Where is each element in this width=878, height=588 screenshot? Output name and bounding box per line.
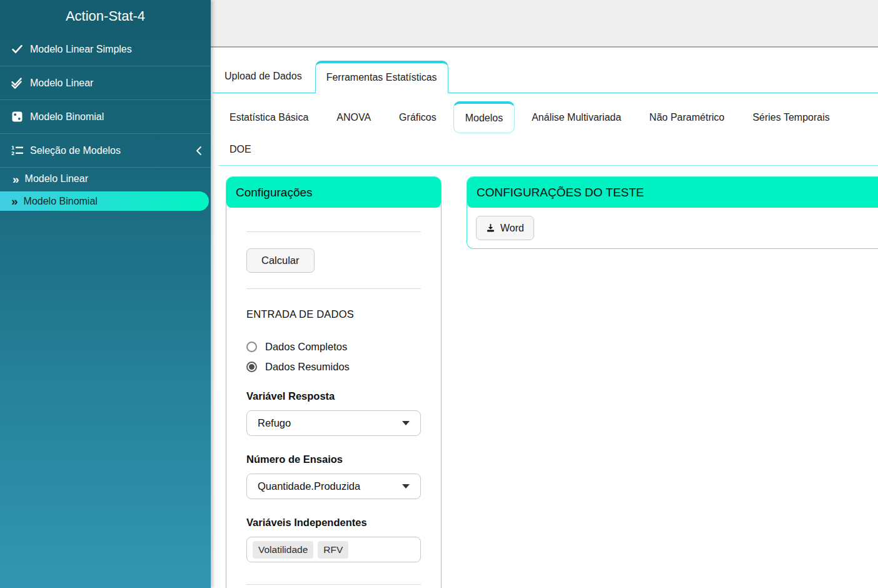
content-area: Upload de Dados Ferramentas Estatísticas…	[211, 48, 878, 588]
config-panel-title: Configurações	[226, 177, 441, 208]
word-export-button[interactable]: Word	[476, 216, 534, 240]
caret-down-icon	[402, 421, 410, 425]
tab-series-temporais[interactable]: Séries Temporais	[741, 101, 840, 133]
check-double-icon	[9, 78, 25, 89]
chevron-left-icon[interactable]	[195, 146, 202, 156]
sidebar-subitem-modelo-binomial[interactable]: » Modelo Binomial	[0, 191, 209, 211]
config-panel: Configurações Calcular ENTRADA DE DADOS …	[226, 176, 442, 588]
panels-row: Configurações Calcular ENTRADA DE DADOS …	[211, 166, 878, 588]
word-button-label: Word	[500, 223, 524, 234]
radio-dados-resumidos[interactable]: Dados Resumidos	[246, 361, 421, 373]
selected-value: Quantidade.Produzida	[258, 480, 360, 492]
sidebar-subitem-label: Modelo Linear	[25, 173, 88, 185]
sidebar-item-modelo-linear-simples[interactable]: Modelo Linear Simples	[0, 33, 211, 66]
tab-estatistica-basica[interactable]: Estatística Básica	[218, 101, 320, 133]
sidebar-item-modelo-linear[interactable]: Modelo Linear	[0, 66, 211, 100]
sidebar-item-label: Seleção de Modelos	[30, 145, 121, 156]
check-icon	[9, 44, 25, 54]
app-window: Action-Stat-4 Modelo Linear Simples Mode…	[0, 0, 878, 588]
list-ol-icon: 1 2	[9, 145, 25, 156]
test-config-panel: CONFIGURAÇÕES DO TESTE Word	[467, 176, 878, 249]
data-entry-radio-group: Dados Completos Dados Resumidos	[246, 341, 421, 373]
trials-number-label: Número de Ensaios	[246, 454, 421, 465]
download-icon	[486, 223, 495, 233]
sidebar-item-label: Modelo Linear Simples	[30, 44, 132, 55]
config-panel-body: Calcular ENTRADA DE DADOS Dados Completo…	[226, 231, 441, 585]
divider	[246, 231, 421, 232]
test-config-panel-title: CONFIGURAÇÕES DO TESTE	[467, 177, 878, 208]
sidebar-item-label: Modelo Linear	[30, 78, 93, 89]
angles-right-icon: »	[13, 173, 19, 185]
svg-text:2: 2	[11, 151, 14, 156]
radio-button-icon[interactable]	[246, 362, 257, 372]
sidebar: Action-Stat-4 Modelo Linear Simples Mode…	[0, 0, 211, 588]
tab-doe[interactable]: DOE	[218, 133, 263, 165]
selected-value: Refugo	[258, 417, 291, 429]
radio-label: Dados Resumidos	[265, 361, 350, 373]
response-variable-label: Variável Resposta	[246, 390, 421, 402]
tab-anova[interactable]: ANOVA	[325, 101, 382, 133]
tab-modelos[interactable]: Modelos	[453, 101, 515, 133]
calculate-button[interactable]: Calcular	[246, 248, 315, 273]
svg-text:1: 1	[11, 145, 14, 151]
data-entry-heading: ENTRADA DE DADOS	[246, 308, 421, 320]
caret-down-icon	[402, 484, 410, 489]
primary-tabs: Upload de Dados Ferramentas Estatísticas	[213, 60, 878, 93]
independent-variables-input[interactable]: Volatilidade RFV	[246, 537, 421, 562]
trials-number-select[interactable]: Quantidade.Produzida	[246, 474, 421, 499]
tab-analise-multivariada[interactable]: Análise Multivariada	[520, 101, 632, 133]
sidebar-item-modelo-binomial[interactable]: Modelo Binomial	[0, 100, 211, 134]
app-title: Action-Stat-4	[0, 0, 211, 33]
divider	[246, 288, 421, 289]
dice-icon	[9, 111, 25, 122]
main-area: Upload de Dados Ferramentas Estatísticas…	[211, 0, 878, 588]
sidebar-item-selecao-de-modelos[interactable]: 1 2 Seleção de Modelos	[0, 134, 211, 168]
response-variable-select[interactable]: Refugo	[246, 410, 421, 436]
divider	[246, 584, 421, 585]
tag-rfv[interactable]: RFV	[318, 541, 348, 559]
tab-ferramentas-estatisticas[interactable]: Ferramentas Estatísticas	[315, 61, 448, 93]
sidebar-subitem-label: Modelo Binomial	[24, 196, 98, 207]
top-header-bar	[211, 0, 878, 48]
independent-variables-label: Variáveis Independentes	[246, 517, 421, 529]
tag-volatilidade[interactable]: Volatilidade	[253, 541, 313, 559]
test-config-panel-body: Word	[467, 208, 878, 248]
tab-nao-parametrico[interactable]: Não Paramétrico	[638, 101, 735, 133]
tab-graficos[interactable]: Gráficos	[388, 101, 448, 133]
sidebar-subitem-modelo-linear[interactable]: » Modelo Linear	[0, 168, 211, 190]
tab-upload-de-dados[interactable]: Upload de Dados	[214, 60, 313, 93]
radio-label: Dados Completos	[265, 341, 347, 353]
radio-dados-completos[interactable]: Dados Completos	[246, 341, 421, 353]
secondary-tabs: Estatística Básica ANOVA Gráficos Modelo…	[218, 101, 878, 166]
angles-right-icon: »	[11, 195, 18, 207]
radio-button-icon[interactable]	[246, 342, 257, 352]
sidebar-item-label: Modelo Binomial	[30, 111, 104, 123]
